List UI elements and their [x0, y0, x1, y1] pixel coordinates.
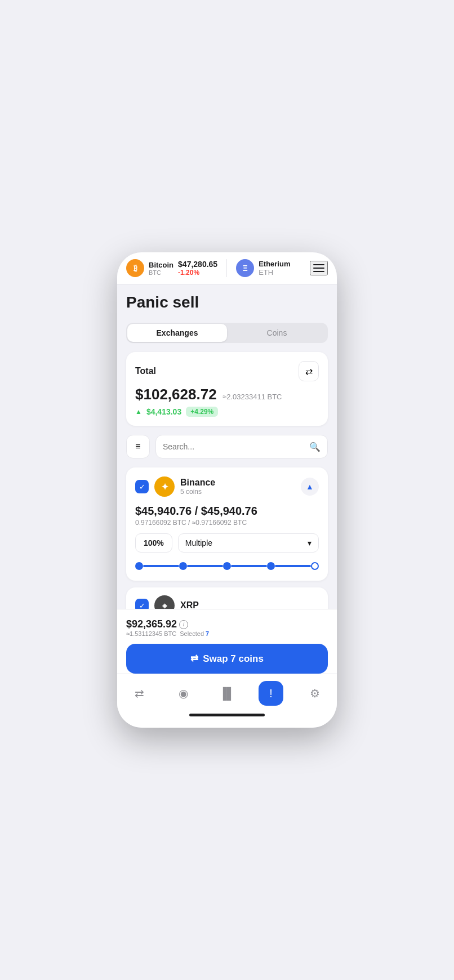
slider-dot-2 [179, 562, 187, 570]
tab-coins[interactable]: Coins [227, 324, 327, 342]
summary-amount: $92,365.92 [126, 618, 177, 630]
binance-controls: 100% Multiple ▾ [135, 533, 319, 553]
nav-item-chart[interactable]: ▐▌ [208, 679, 246, 708]
search-icon: 🔍 [309, 442, 321, 452]
header-divider [226, 259, 227, 277]
swap-icon: ⇄ [190, 653, 198, 665]
nav-bar: ⇄ ◉ ▐▌ ! ⚙ [117, 674, 337, 710]
btc-details: Bitcoin BTC [149, 261, 173, 276]
change-pct-badge: +4.29% [186, 407, 218, 417]
binance-card: ✓ ✦ Binance 5 coins ▲ $45,940.76 / $45,9… [126, 467, 328, 581]
binance-info: Binance 5 coins [180, 478, 295, 496]
search-input[interactable] [163, 442, 306, 451]
total-amount-row: $102,628.72 ≈2.03233411 BTC [135, 386, 319, 403]
hamburger-line-2 [313, 268, 324, 269]
chart-nav-icon: ▐▌ [215, 681, 239, 706]
menu-button[interactable] [310, 261, 328, 275]
btc-icon: ₿ [126, 259, 144, 277]
bottom-bar: $92,365.92 i ≈1.53112345 BTC Selected 7 … [117, 609, 337, 728]
total-btc-amount: ≈2.03233411 BTC [222, 393, 282, 401]
top-header: ₿ Bitcoin BTC $47,280.65 -1.20% Ξ Etheri… [117, 252, 337, 284]
slider-line-1 [143, 565, 179, 567]
info-icon[interactable]: i [179, 620, 188, 629]
eth-icon: Ξ [236, 259, 254, 277]
eth-details: Etherium ETH [259, 260, 290, 277]
total-settings-button[interactable]: ⇄ [299, 361, 319, 381]
hamburger-line-1 [313, 264, 324, 265]
tab-exchanges[interactable]: Exchanges [127, 324, 227, 342]
binance-coins: 5 coins [180, 488, 295, 496]
summary-selected-label: Selected 7 [180, 630, 209, 637]
nav-item-watch[interactable]: ◉ [164, 679, 202, 708]
summary-left: $92,365.92 i ≈1.53112345 BTC Selected 7 [126, 618, 209, 637]
change-arrow-icon: ▲ [135, 408, 142, 416]
swap-nav-icon: ⇄ [127, 681, 152, 706]
change-amount: $4,413.03 [146, 407, 181, 416]
slider-line-3 [231, 565, 267, 567]
eth-name: Etherium [259, 260, 290, 268]
filter-button[interactable]: ≡ [126, 435, 150, 458]
summary-btc: ≈1.53112345 BTC [126, 630, 176, 637]
eth-symbol: ETH [259, 268, 290, 277]
binance-btc-amount: 0.97166092 BTC / ≈0.97166092 BTC [135, 519, 319, 527]
filter-row: ≡ 🔍 [126, 435, 328, 458]
binance-header: ✓ ✦ Binance 5 coins ▲ [135, 476, 319, 497]
search-box[interactable]: 🔍 [155, 435, 328, 458]
slider-dot-5 [311, 562, 319, 570]
total-label: Total [135, 366, 156, 376]
nav-item-swap[interactable]: ⇄ [120, 679, 158, 708]
slider-dot-4 [267, 562, 275, 570]
binance-slider[interactable] [135, 560, 319, 572]
btc-ticker: ₿ Bitcoin BTC $47,280.65 -1.20% [126, 259, 217, 277]
eth-ticker: Ξ Etherium ETH [236, 259, 305, 277]
selected-count: 7 [206, 630, 209, 637]
btc-name: Bitcoin [149, 261, 173, 269]
binance-usd-amount: $45,940.76 / $45,940.76 [135, 505, 319, 518]
slider-dot-1 [135, 562, 143, 570]
btc-price-section: $47,280.65 -1.20% [178, 260, 217, 277]
binance-name: Binance [180, 478, 295, 488]
tab-switcher: Exchanges Coins [126, 323, 328, 343]
binance-select[interactable]: Multiple ▾ [178, 533, 319, 553]
alert-nav-icon: ! [259, 681, 283, 706]
eye-nav-icon: ◉ [171, 681, 195, 706]
home-indicator [189, 714, 265, 716]
btc-change: -1.20% [178, 269, 217, 277]
binance-logo: ✦ [154, 476, 175, 497]
total-card: Total ⇄ $102,628.72 ≈2.03233411 BTC ▲ $4… [126, 352, 328, 426]
total-change-row: ▲ $4,413.03 +4.29% [135, 407, 319, 417]
binance-pct: 100% [135, 533, 172, 553]
binance-amounts: $45,940.76 / $45,940.76 0.97166092 BTC /… [135, 505, 319, 527]
binance-checkbox[interactable]: ✓ [135, 480, 149, 493]
btc-symbol: BTC [149, 269, 173, 276]
binance-select-label: Multiple [185, 538, 212, 547]
binance-expand-button[interactable]: ▲ [301, 478, 319, 496]
nav-item-settings[interactable]: ⚙ [296, 679, 334, 708]
slider-dot-3 [223, 562, 231, 570]
slider-line-2 [187, 565, 223, 567]
total-usd-amount: $102,628.72 [135, 386, 217, 403]
swap-label: Swap 7 coins [203, 653, 264, 665]
bottom-summary: $92,365.92 i ≈1.53112345 BTC Selected 7 [117, 614, 337, 644]
swap-button[interactable]: ⇄ Swap 7 coins [126, 644, 328, 674]
total-header: Total ⇄ [135, 361, 319, 381]
hamburger-line-3 [313, 271, 324, 272]
btc-price: $47,280.65 [178, 260, 217, 269]
page-title: Panic sell [126, 293, 328, 311]
settings-nav-icon: ⚙ [302, 681, 327, 706]
slider-line-4 [275, 565, 311, 567]
nav-item-alert[interactable]: ! [252, 679, 290, 708]
binance-select-chevron: ▾ [308, 538, 311, 547]
